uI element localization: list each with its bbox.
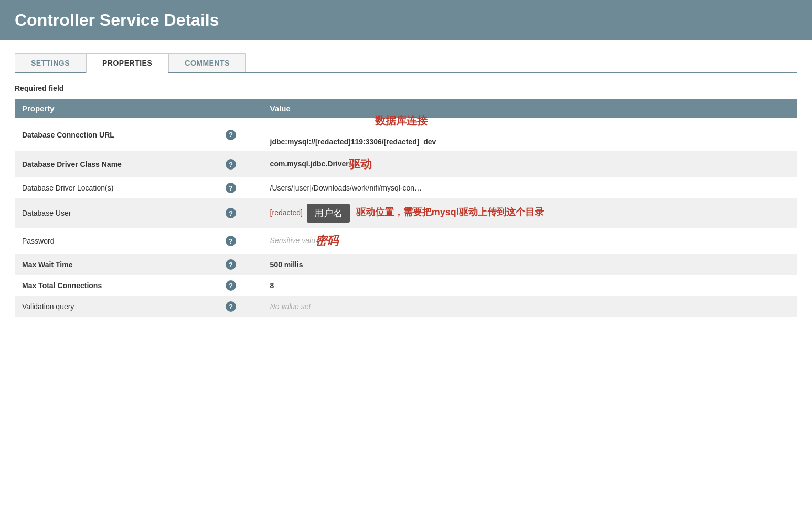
help-icon[interactable]: ? bbox=[226, 301, 236, 312]
property-value: [redacted] 用户名 驱动位置，需要把mysql驱动上传到这个目录 bbox=[263, 198, 772, 228]
col-extra bbox=[772, 99, 797, 118]
help-icon[interactable]: ? bbox=[226, 236, 236, 246]
help-cell: ? bbox=[218, 177, 263, 198]
property-name: Max Wait Time bbox=[15, 254, 218, 275]
table-row: Database Driver Class Name ? com.mysql.j… bbox=[15, 151, 797, 177]
property-name: Database User bbox=[15, 198, 218, 228]
help-icon[interactable]: ? bbox=[226, 159, 236, 170]
main-content: SETTINGS PROPERTIES COMMENTS Required fi… bbox=[0, 40, 812, 330]
extra-cell bbox=[772, 254, 797, 275]
property-value: No value set bbox=[263, 296, 772, 317]
tab-settings[interactable]: SETTINGS bbox=[15, 53, 86, 72]
table-row: Database User ? [redacted] 用户名 驱动位置，需要把m… bbox=[15, 198, 797, 228]
help-cell: ? bbox=[218, 198, 263, 228]
table-row: Validation query ? No value set bbox=[15, 296, 797, 317]
property-name: Max Total Connections bbox=[15, 275, 218, 296]
header: Controller Service Details bbox=[0, 0, 812, 40]
property-name: Password bbox=[15, 228, 218, 254]
tab-comments[interactable]: COMMENTS bbox=[168, 53, 246, 72]
property-name: Database Driver Location(s) bbox=[15, 177, 218, 198]
property-value: com.mysql.jdbc.Driver驱动 bbox=[263, 151, 772, 177]
extra-cell bbox=[772, 177, 797, 198]
value-text: 数据库连接 jdbc:mysql://[redacted]119:3306/[r… bbox=[270, 125, 436, 146]
extra-cell bbox=[772, 228, 797, 254]
property-name: Validation query bbox=[15, 296, 218, 317]
table-row: Database Connection URL ? 数据库连接 jdbc:mys… bbox=[15, 118, 797, 151]
table-row: Database Driver Location(s) ? /Users/[us… bbox=[15, 177, 797, 198]
annotation-driver-location: 驱动位置，需要把mysql驱动上传到这个目录 bbox=[356, 207, 544, 217]
help-icon[interactable]: ? bbox=[226, 280, 236, 291]
tooltip-username: 用户名 bbox=[307, 204, 350, 223]
help-cell: ? bbox=[218, 296, 263, 317]
tab-properties[interactable]: PROPERTIES bbox=[86, 53, 168, 73]
annotation-driver: 驱动 bbox=[349, 157, 372, 171]
property-value: Sensitive valu密码 bbox=[263, 228, 772, 254]
annotation-password: 密码 bbox=[315, 234, 338, 247]
help-cell: ? bbox=[218, 275, 263, 296]
col-help bbox=[218, 99, 263, 118]
help-cell: ? bbox=[218, 118, 263, 151]
help-icon[interactable]: ? bbox=[226, 208, 236, 218]
extra-cell bbox=[772, 275, 797, 296]
property-name: Database Driver Class Name bbox=[15, 151, 218, 177]
page-title: Controller Service Details bbox=[15, 10, 797, 30]
help-icon[interactable]: ? bbox=[226, 183, 236, 193]
extra-cell bbox=[772, 198, 797, 228]
col-property: Property bbox=[15, 99, 218, 118]
table-row: Password ? Sensitive valu密码 bbox=[15, 228, 797, 254]
table-row: Max Total Connections ? 8 bbox=[15, 275, 797, 296]
help-icon[interactable]: ? bbox=[226, 259, 236, 270]
help-cell: ? bbox=[218, 151, 263, 177]
extra-cell bbox=[772, 151, 797, 177]
property-value: /Users/[user]/Downloads/work/nifi/mysql-… bbox=[263, 177, 772, 198]
tab-bar: SETTINGS PROPERTIES COMMENTS bbox=[15, 53, 797, 73]
extra-cell bbox=[772, 118, 797, 151]
help-cell: ? bbox=[218, 228, 263, 254]
help-icon[interactable]: ? bbox=[226, 130, 236, 140]
col-value: Value bbox=[263, 99, 772, 118]
property-value: 500 millis bbox=[263, 254, 772, 275]
property-name: Database Connection URL bbox=[15, 118, 218, 151]
annotation-db-connection: 数据库连接 bbox=[375, 115, 428, 127]
property-value: 8 bbox=[263, 275, 772, 296]
properties-table: Property Value Database Connection URL ?… bbox=[15, 99, 797, 317]
table-row: Max Wait Time ? 500 millis bbox=[15, 254, 797, 275]
required-field-label: Required field bbox=[15, 84, 797, 92]
extra-cell bbox=[772, 296, 797, 317]
help-cell: ? bbox=[218, 254, 263, 275]
property-value: 数据库连接 jdbc:mysql://[redacted]119:3306/[r… bbox=[263, 118, 772, 151]
